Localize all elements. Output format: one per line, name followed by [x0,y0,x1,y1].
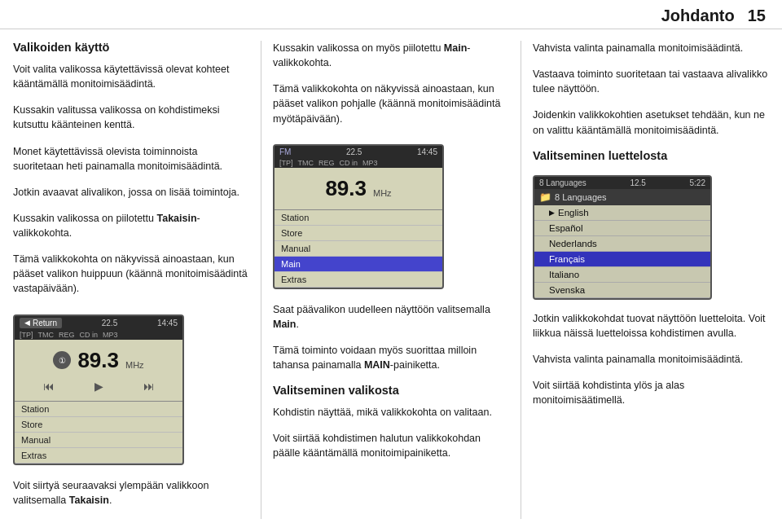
device3-freq: 12.5 [630,178,645,187]
device-screen-2: FM 22.5 14:45 [TP] TMC REG CD in MP3 89.… [273,144,444,289]
device1-freq-bar: [TP] TMC REG CD in MP3 [15,330,182,340]
device2-time: 14:45 [417,147,437,156]
col2-para-4: Tämä toiminto voidaan myös suorittaa mil… [273,343,509,372]
device1-top-bar: ◀ Return 22.5 14:45 [15,316,182,330]
device2-menu-main: Main [275,257,442,272]
device-screen-3: 8 Languages 12.5 5:22 📁 8 Languages ▶ En… [533,175,712,300]
device1-time: 14:45 [157,319,178,328]
device1-return-btn: ◀ Return [20,318,62,328]
device2-top-bar: FM 22.5 14:45 [275,146,442,158]
lang-item-espanol: Español [534,221,710,236]
col1-para-4: Jotkin avaavat alivalikon, jossa on lisä… [13,185,249,200]
device2-menu-station: Station [275,210,442,226]
device2-menu-store: Store [275,226,442,241]
device1-menu: Station Store Manual Extras [15,401,182,464]
device2-freq: 22.5 [346,147,362,156]
device1-circle: ① [53,351,71,369]
play-icon: ▶ [94,380,103,393]
lang-label-english: English [558,208,589,218]
col1-para-1: Voit valita valikossa käytettävissä olev… [13,62,249,91]
play-icon-english: ▶ [549,209,555,217]
device1-main: ① 89.3 MHz ⏮ ▶ ⏭ [15,340,182,401]
device2-freq-bar: [TP] TMC REG CD in MP3 [275,158,442,168]
device2-freq-unit: MHz [373,188,392,198]
column-2: Kussakin valikossa on myös piilotettu Ma… [273,41,509,519]
device1-freq-unit: MHz [125,360,144,370]
page-number: 15 [748,7,766,25]
prev-icon: ⏮ [43,380,55,393]
device2-source: FM [279,147,291,156]
device1-menu-manual: Manual [15,433,182,448]
col1-para-5: Kussakin valikossa on piilotettu Takaisi… [13,211,249,240]
device3-folder-row: 📁 8 Languages [534,189,710,205]
col3-para-5: Vahvista valinta painamalla monitoimisää… [533,352,769,367]
divider-1 [261,41,261,519]
device2-main: 89.3 MHz [275,168,442,209]
device3-top-bar: 8 Languages 12.5 5:22 [534,177,710,189]
col3-para-6: Voit siirtää kohdistinta ylös ja alas mo… [533,378,769,407]
lang-label-espanol: Español [549,223,583,233]
device2-freq-display: 89.3 [325,176,367,201]
lang-item-francais: Français [534,252,710,267]
lang-item-nederlands: Nederlands [534,236,710,252]
col1-para-3: Monet käytettävissä olevista toiminnoist… [13,144,249,174]
col2-para-3: Saat päävalikon uudelleen näyttöön valit… [273,302,509,332]
device3-folder-label: 8 Languages [555,192,607,202]
col1-section-title: Valikoiden käyttö [13,41,249,54]
device1-return-label: Return [33,319,57,328]
col2-section2-title: Valitseminen valikosta [273,384,509,397]
device1-freq-display: 89.3 [77,348,119,373]
device1-menu-station: Station [15,402,182,417]
col3-para-2: Vastaava toiminto suoritetaan tai vastaa… [533,67,769,96]
col2-para-1: Kussakin valikossa on myös piilotettu Ma… [273,41,509,70]
col3-section-title: Valitseminen luettelosta [533,149,769,162]
device-screen-1: ◀ Return 22.5 14:45 [TP] TMC REG CD in M… [13,314,184,465]
lang-label-svenska: Svenska [549,285,585,295]
device3-time: 5:22 [690,178,705,187]
device2-menu: Station Store Manual Main Extras [275,209,442,288]
col2-para-6: Voit siirtää kohdistimen halutun valikko… [273,431,509,460]
lang-item-italiano: Italiano [534,267,710,283]
device2-menu-manual: Manual [275,241,442,257]
col1-para-2: Kussakin valitussa valikossa on kohdisti… [13,103,249,132]
device3-lang-list: ▶ English Español Nederlands Français It… [534,205,710,298]
divider-2 [521,41,521,519]
chapter-title: Johdanto [661,7,735,25]
col3-para-1: Vahvista valinta painamalla monitoimisää… [533,41,769,55]
col2-para-2: Tämä valikkokohta on näkyvissä ainoastaa… [273,81,509,125]
col2-para-5: Kohdistin näyttää, mikä valikkokohta on … [273,405,509,420]
col3-para-4: Jotkin valikkokohdat tuovat näyttöön lue… [533,311,769,341]
device1-menu-store: Store [15,417,182,433]
device1-menu-extras: Extras [15,448,182,464]
content-area: Valikoiden käyttö Voit valita valikossa … [0,29,782,527]
col1-para-6: Tämä valikkokohta on näkyvissä ainoastaa… [13,252,249,296]
device3-label: 8 Languages [539,178,586,187]
lang-label-francais: Français [549,254,585,264]
column-3: Vahvista valinta painamalla monitoimisää… [533,41,769,519]
arrow-icon: ◀ [24,319,30,327]
device1-freq: 22.5 [102,319,117,328]
column-1: Valikoiden käyttö Voit valita valikossa … [13,41,249,519]
lang-item-english: ▶ English [534,205,710,221]
col3-para-3: Joidenkin valikkokohtien asetukset tehdä… [533,108,769,137]
next-icon: ⏭ [143,380,155,393]
device1-controls: ⏮ ▶ ⏭ [21,376,176,396]
lang-label-nederlands: Nederlands [549,239,597,248]
lang-item-svenska: Svenska [534,283,710,298]
col1-caption: Voit siirtyä seuraavaksi ylempään valikk… [13,478,249,508]
page-header: Johdanto 15 [0,0,782,29]
device2-menu-extras: Extras [275,272,442,288]
lang-label-italiano: Italiano [549,270,579,279]
folder-icon: 📁 [539,191,551,203]
